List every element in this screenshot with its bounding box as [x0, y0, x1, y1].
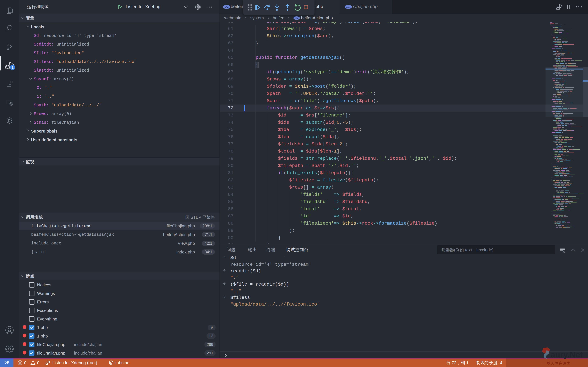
- svg-text:php: php: [295, 17, 298, 19]
- svg-text:php: php: [346, 6, 350, 8]
- svg-text:php: php: [225, 6, 229, 8]
- svg-text:aury.Net: aury.Net: [551, 350, 583, 359]
